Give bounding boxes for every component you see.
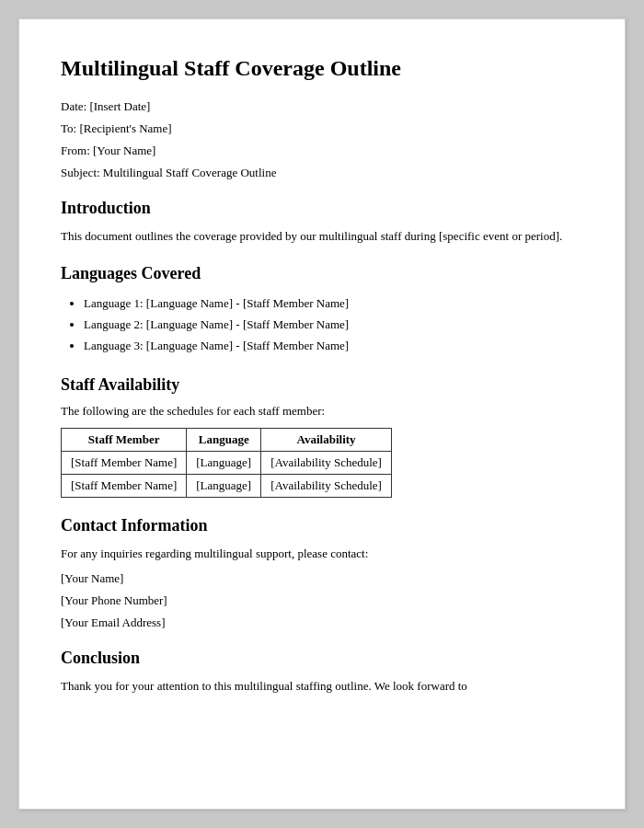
table-row: [Staff Member Name] [Language] [Availabi… — [62, 451, 392, 474]
from-line: From: [Your Name] — [61, 144, 583, 158]
date-line: Date: [Insert Date] — [61, 99, 583, 114]
cell-avail-2: [Availability Schedule] — [261, 474, 392, 497]
contact-intro: For any inquiries regarding multilingual… — [61, 545, 583, 563]
document-container: Multilingual Staff Coverage Outline Date… — [18, 18, 626, 810]
staff-availability-intro: The following are the schedules for each… — [61, 404, 583, 419]
col-header-language: Language — [187, 428, 261, 451]
conclusion-heading: Conclusion — [61, 649, 583, 668]
subject-line: Subject: Multilingual Staff Coverage Out… — [61, 166, 583, 180]
conclusion-body: Thank you for your attention to this mul… — [61, 677, 583, 696]
cell-staff-2: [Staff Member Name] — [62, 474, 187, 497]
introduction-body: This document outlines the coverage prov… — [61, 227, 583, 246]
staff-table: Staff Member Language Availability [Staf… — [61, 428, 392, 498]
introduction-heading: Introduction — [61, 199, 583, 218]
table-header-row: Staff Member Language Availability — [62, 428, 392, 451]
contact-phone: [Your Phone Number] — [61, 593, 583, 608]
contact-name: [Your Name] — [61, 571, 583, 586]
col-header-staff: Staff Member — [62, 428, 187, 451]
staff-availability-heading: Staff Availability — [61, 375, 583, 395]
languages-list: Language 1: [Language Name] - [Staff Mem… — [84, 293, 583, 357]
cell-avail-1: [Availability Schedule] — [261, 451, 392, 474]
list-item: Language 3: [Language Name] - [Staff Mem… — [84, 335, 583, 356]
document-title: Multilingual Staff Coverage Outline — [61, 56, 583, 81]
table-row: [Staff Member Name] [Language] [Availabi… — [62, 474, 392, 497]
to-line: To: [Recipient's Name] — [61, 121, 583, 136]
languages-heading: Languages Covered — [61, 264, 583, 283]
cell-lang-1: [Language] — [187, 451, 261, 474]
col-header-availability: Availability — [261, 428, 392, 451]
list-item: Language 1: [Language Name] - [Staff Mem… — [84, 293, 583, 314]
contact-email: [Your Email Address] — [61, 615, 583, 630]
list-item: Language 2: [Language Name] - [Staff Mem… — [84, 314, 583, 335]
contact-heading: Contact Information — [61, 516, 583, 535]
cell-staff-1: [Staff Member Name] — [62, 451, 187, 474]
cell-lang-2: [Language] — [187, 474, 261, 497]
